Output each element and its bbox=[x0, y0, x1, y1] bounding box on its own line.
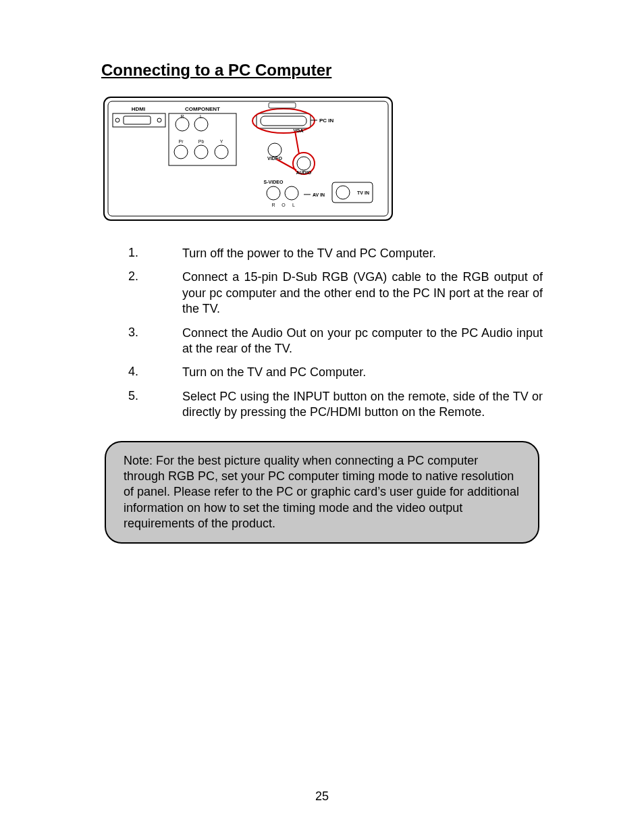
av-in-label: AV IN bbox=[313, 192, 325, 197]
pc-in-label: PC IN bbox=[319, 118, 334, 124]
component-label: COMPONENT bbox=[185, 106, 220, 112]
component-r-label: R bbox=[180, 114, 184, 119]
rol-l-label: L bbox=[292, 203, 295, 207]
page-number: 25 bbox=[0, 789, 644, 804]
step-text: Connect the Audio Out on your pc compute… bbox=[182, 325, 543, 357]
step-text: Select PC using the INPUT button on the … bbox=[182, 389, 543, 421]
step-number: 5. bbox=[128, 389, 149, 403]
note-box: Note: For the best picture quality when … bbox=[105, 441, 539, 544]
step-text: Connect a 15-pin D-Sub RGB (VGA) cable t… bbox=[182, 269, 543, 317]
audio-label: AUDIO bbox=[296, 170, 312, 175]
connector-panel-diagram: HDMI COMPONENT R L Pr Pb Y VGA bbox=[101, 95, 543, 226]
page-title: Connecting to a PC Computer bbox=[101, 61, 543, 80]
step-3: 3. Connect the Audio Out on your pc comp… bbox=[101, 325, 543, 357]
step-4: 4. Turn on the TV and PC Computer. bbox=[101, 365, 543, 380]
s-video-label: S-VIDEO bbox=[264, 180, 284, 184]
step-text: Turn on the TV and PC Computer. bbox=[182, 365, 543, 380]
rol-o-label: O bbox=[281, 203, 286, 207]
component-l-label: L bbox=[200, 114, 203, 119]
step-1: 1. Turn off the power to the TV and PC C… bbox=[101, 246, 543, 261]
step-number: 4. bbox=[128, 365, 149, 379]
video-label: VIDEO bbox=[267, 156, 282, 161]
step-number: 2. bbox=[128, 269, 149, 284]
step-number: 1. bbox=[128, 246, 149, 260]
step-2: 2. Connect a 15-pin D-Sub RGB (VGA) cabl… bbox=[101, 269, 543, 317]
rol-r-label: R bbox=[271, 203, 275, 207]
steps-list: 1. Turn off the power to the TV and PC C… bbox=[101, 246, 543, 421]
step-text: Turn off the power to the TV and PC Comp… bbox=[182, 246, 543, 261]
tv-in-label: TV IN bbox=[357, 190, 369, 195]
hdmi-label: HDMI bbox=[132, 106, 145, 112]
component-pr-label: Pr bbox=[179, 139, 184, 144]
component-y-label: Y bbox=[220, 139, 223, 144]
component-pb-label: Pb bbox=[198, 139, 205, 144]
step-5: 5. Select PC using the INPUT button on t… bbox=[101, 389, 543, 421]
step-number: 3. bbox=[128, 325, 149, 340]
